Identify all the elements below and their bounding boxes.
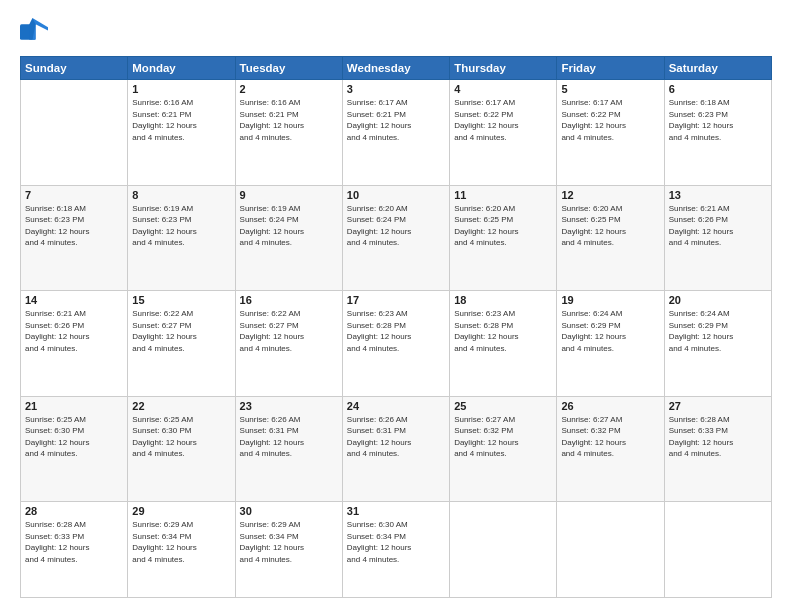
calendar-cell: 16Sunrise: 6:22 AM Sunset: 6:27 PM Dayli… [235, 291, 342, 397]
day-number: 13 [669, 189, 767, 201]
day-info: Sunrise: 6:29 AM Sunset: 6:34 PM Dayligh… [240, 519, 338, 565]
day-number: 7 [25, 189, 123, 201]
weekday-thursday: Thursday [450, 57, 557, 80]
calendar-cell: 26Sunrise: 6:27 AM Sunset: 6:32 PM Dayli… [557, 396, 664, 502]
day-info: Sunrise: 6:18 AM Sunset: 6:23 PM Dayligh… [25, 203, 123, 249]
day-info: Sunrise: 6:16 AM Sunset: 6:21 PM Dayligh… [240, 97, 338, 143]
day-info: Sunrise: 6:22 AM Sunset: 6:27 PM Dayligh… [240, 308, 338, 354]
calendar-cell: 27Sunrise: 6:28 AM Sunset: 6:33 PM Dayli… [664, 396, 771, 502]
day-info: Sunrise: 6:28 AM Sunset: 6:33 PM Dayligh… [25, 519, 123, 565]
day-info: Sunrise: 6:22 AM Sunset: 6:27 PM Dayligh… [132, 308, 230, 354]
logo-icon [20, 18, 48, 46]
week-row-4: 28Sunrise: 6:28 AM Sunset: 6:33 PM Dayli… [21, 502, 772, 598]
day-info: Sunrise: 6:20 AM Sunset: 6:25 PM Dayligh… [561, 203, 659, 249]
calendar-cell: 12Sunrise: 6:20 AM Sunset: 6:25 PM Dayli… [557, 185, 664, 291]
day-info: Sunrise: 6:25 AM Sunset: 6:30 PM Dayligh… [132, 414, 230, 460]
day-number: 18 [454, 294, 552, 306]
day-info: Sunrise: 6:17 AM Sunset: 6:22 PM Dayligh… [561, 97, 659, 143]
calendar-table: SundayMondayTuesdayWednesdayThursdayFrid… [20, 56, 772, 598]
day-number: 31 [347, 505, 445, 517]
day-info: Sunrise: 6:23 AM Sunset: 6:28 PM Dayligh… [347, 308, 445, 354]
weekday-header-row: SundayMondayTuesdayWednesdayThursdayFrid… [21, 57, 772, 80]
week-row-0: 1Sunrise: 6:16 AM Sunset: 6:21 PM Daylig… [21, 80, 772, 186]
calendar-cell: 11Sunrise: 6:20 AM Sunset: 6:25 PM Dayli… [450, 185, 557, 291]
calendar-cell: 15Sunrise: 6:22 AM Sunset: 6:27 PM Dayli… [128, 291, 235, 397]
day-number: 4 [454, 83, 552, 95]
day-number: 17 [347, 294, 445, 306]
week-row-3: 21Sunrise: 6:25 AM Sunset: 6:30 PM Dayli… [21, 396, 772, 502]
day-info: Sunrise: 6:19 AM Sunset: 6:24 PM Dayligh… [240, 203, 338, 249]
logo [20, 18, 50, 46]
weekday-tuesday: Tuesday [235, 57, 342, 80]
week-row-1: 7Sunrise: 6:18 AM Sunset: 6:23 PM Daylig… [21, 185, 772, 291]
day-info: Sunrise: 6:17 AM Sunset: 6:21 PM Dayligh… [347, 97, 445, 143]
calendar-cell: 10Sunrise: 6:20 AM Sunset: 6:24 PM Dayli… [342, 185, 449, 291]
calendar-cell: 28Sunrise: 6:28 AM Sunset: 6:33 PM Dayli… [21, 502, 128, 598]
calendar-cell: 9Sunrise: 6:19 AM Sunset: 6:24 PM Daylig… [235, 185, 342, 291]
calendar-cell: 20Sunrise: 6:24 AM Sunset: 6:29 PM Dayli… [664, 291, 771, 397]
day-number: 12 [561, 189, 659, 201]
day-info: Sunrise: 6:25 AM Sunset: 6:30 PM Dayligh… [25, 414, 123, 460]
week-row-2: 14Sunrise: 6:21 AM Sunset: 6:26 PM Dayli… [21, 291, 772, 397]
day-info: Sunrise: 6:21 AM Sunset: 6:26 PM Dayligh… [669, 203, 767, 249]
weekday-friday: Friday [557, 57, 664, 80]
day-number: 5 [561, 83, 659, 95]
calendar-cell: 22Sunrise: 6:25 AM Sunset: 6:30 PM Dayli… [128, 396, 235, 502]
day-number: 11 [454, 189, 552, 201]
calendar-cell: 3Sunrise: 6:17 AM Sunset: 6:21 PM Daylig… [342, 80, 449, 186]
day-info: Sunrise: 6:20 AM Sunset: 6:25 PM Dayligh… [454, 203, 552, 249]
day-info: Sunrise: 6:28 AM Sunset: 6:33 PM Dayligh… [669, 414, 767, 460]
day-number: 6 [669, 83, 767, 95]
calendar-cell: 30Sunrise: 6:29 AM Sunset: 6:34 PM Dayli… [235, 502, 342, 598]
calendar-cell: 14Sunrise: 6:21 AM Sunset: 6:26 PM Dayli… [21, 291, 128, 397]
day-number: 15 [132, 294, 230, 306]
weekday-sunday: Sunday [21, 57, 128, 80]
calendar-cell [557, 502, 664, 598]
day-number: 29 [132, 505, 230, 517]
day-info: Sunrise: 6:26 AM Sunset: 6:31 PM Dayligh… [240, 414, 338, 460]
calendar-cell [450, 502, 557, 598]
day-info: Sunrise: 6:27 AM Sunset: 6:32 PM Dayligh… [454, 414, 552, 460]
header [20, 18, 772, 46]
day-number: 21 [25, 400, 123, 412]
day-info: Sunrise: 6:23 AM Sunset: 6:28 PM Dayligh… [454, 308, 552, 354]
day-info: Sunrise: 6:24 AM Sunset: 6:29 PM Dayligh… [561, 308, 659, 354]
weekday-monday: Monday [128, 57, 235, 80]
calendar-cell: 2Sunrise: 6:16 AM Sunset: 6:21 PM Daylig… [235, 80, 342, 186]
day-number: 16 [240, 294, 338, 306]
calendar-cell [664, 502, 771, 598]
day-number: 1 [132, 83, 230, 95]
calendar-cell: 8Sunrise: 6:19 AM Sunset: 6:23 PM Daylig… [128, 185, 235, 291]
day-number: 24 [347, 400, 445, 412]
calendar-cell: 24Sunrise: 6:26 AM Sunset: 6:31 PM Dayli… [342, 396, 449, 502]
day-number: 28 [25, 505, 123, 517]
day-number: 10 [347, 189, 445, 201]
day-info: Sunrise: 6:19 AM Sunset: 6:23 PM Dayligh… [132, 203, 230, 249]
day-number: 9 [240, 189, 338, 201]
day-info: Sunrise: 6:16 AM Sunset: 6:21 PM Dayligh… [132, 97, 230, 143]
day-info: Sunrise: 6:18 AM Sunset: 6:23 PM Dayligh… [669, 97, 767, 143]
calendar-cell: 31Sunrise: 6:30 AM Sunset: 6:34 PM Dayli… [342, 502, 449, 598]
calendar-cell: 17Sunrise: 6:23 AM Sunset: 6:28 PM Dayli… [342, 291, 449, 397]
calendar-cell [21, 80, 128, 186]
day-info: Sunrise: 6:30 AM Sunset: 6:34 PM Dayligh… [347, 519, 445, 565]
day-number: 27 [669, 400, 767, 412]
calendar-cell: 5Sunrise: 6:17 AM Sunset: 6:22 PM Daylig… [557, 80, 664, 186]
day-info: Sunrise: 6:29 AM Sunset: 6:34 PM Dayligh… [132, 519, 230, 565]
day-info: Sunrise: 6:20 AM Sunset: 6:24 PM Dayligh… [347, 203, 445, 249]
day-info: Sunrise: 6:17 AM Sunset: 6:22 PM Dayligh… [454, 97, 552, 143]
day-number: 20 [669, 294, 767, 306]
calendar-cell: 18Sunrise: 6:23 AM Sunset: 6:28 PM Dayli… [450, 291, 557, 397]
calendar-cell: 13Sunrise: 6:21 AM Sunset: 6:26 PM Dayli… [664, 185, 771, 291]
calendar-cell: 25Sunrise: 6:27 AM Sunset: 6:32 PM Dayli… [450, 396, 557, 502]
calendar-cell: 4Sunrise: 6:17 AM Sunset: 6:22 PM Daylig… [450, 80, 557, 186]
day-number: 3 [347, 83, 445, 95]
weekday-wednesday: Wednesday [342, 57, 449, 80]
day-number: 2 [240, 83, 338, 95]
calendar-cell: 7Sunrise: 6:18 AM Sunset: 6:23 PM Daylig… [21, 185, 128, 291]
day-number: 23 [240, 400, 338, 412]
svg-marker-1 [32, 18, 48, 40]
day-number: 22 [132, 400, 230, 412]
day-number: 14 [25, 294, 123, 306]
day-number: 25 [454, 400, 552, 412]
